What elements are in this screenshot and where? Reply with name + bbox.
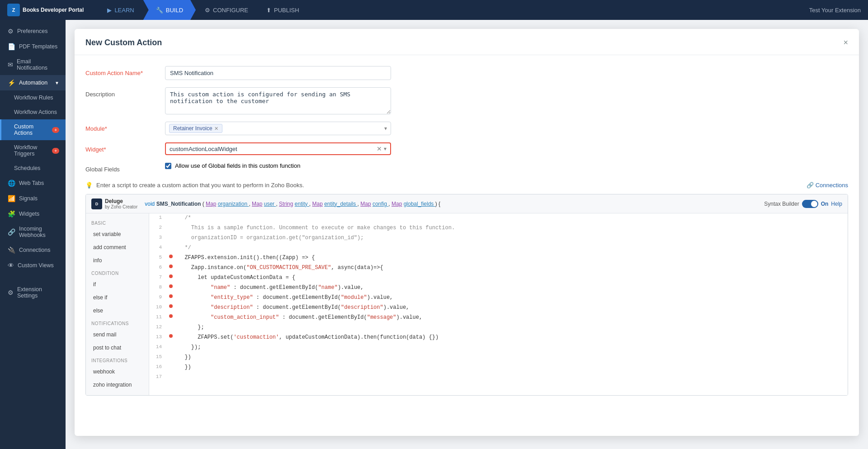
code-item-zoho-integration[interactable]: zoho integration xyxy=(88,378,147,391)
action-name-input[interactable] xyxy=(165,66,391,80)
step-publish[interactable]: ⬆ PUBLISH xyxy=(257,0,308,20)
sidebar-item-label: Automation xyxy=(19,80,47,86)
workflow-triggers-badge: + xyxy=(52,148,59,154)
bulb-icon: 💡 xyxy=(85,182,93,189)
connections-link[interactable]: 🔗 Connections xyxy=(807,182,848,189)
param-entity: entity xyxy=(295,201,309,207)
code-line: 13 ZFAPPS.set('customaction', updateCust… xyxy=(149,333,848,343)
module-select[interactable]: Retainer Invoice ✕ ▾ xyxy=(165,122,391,135)
sidebar-item-extension-settings[interactable]: ⚙ Extension Settings xyxy=(0,282,66,303)
automation-icon: ⚡ xyxy=(8,79,15,86)
app-logo: Z Books Developer Portal xyxy=(7,4,84,16)
sidebar-item-connections[interactable]: 🔌 Connections xyxy=(0,242,66,258)
widget-caret-icon[interactable]: ▾ xyxy=(384,146,387,152)
code-line: 8 "name" : document.getElementById("name… xyxy=(149,283,848,293)
sidebar-item-widgets[interactable]: 🧩 Widgets xyxy=(0,206,66,222)
test-extension-link[interactable]: Test Your Extension xyxy=(809,7,861,14)
global-fields-checkbox[interactable] xyxy=(165,163,171,169)
step-configure-label: CONFIGURE xyxy=(213,7,248,14)
sidebar-item-preferences[interactable]: ⚙ Preferences xyxy=(0,24,66,39)
code-line: 6 Zapp.instance.on("ON_CUSTOMACTION_PRE_… xyxy=(149,263,848,273)
sidebar-item-label: Connections xyxy=(19,247,51,253)
modal-close-button[interactable]: × xyxy=(843,38,848,47)
code-item-set-variable[interactable]: set variable xyxy=(88,228,147,241)
sidebar-item-workflow-triggers[interactable]: Workflow Triggers + xyxy=(0,140,66,161)
ext-settings-icon: ⚙ xyxy=(8,289,14,296)
widget-select[interactable]: customActionLocalWidget ✕ ▾ xyxy=(165,142,391,155)
sidebar-item-workflow-rules[interactable]: Workflow Rules xyxy=(0,90,66,105)
code-line: 9 "entity_type" : document.getElementByI… xyxy=(149,293,848,303)
line-content: }) xyxy=(175,363,848,372)
line-num: 12 xyxy=(149,323,167,330)
step-build[interactable]: 🔧 BUILD xyxy=(143,0,196,20)
sidebar-item-incoming-webhooks[interactable]: 🔗 Incoming Webhooks xyxy=(0,222,66,242)
code-line: 14 }); xyxy=(149,343,848,353)
error-indicator xyxy=(167,283,175,288)
line-num: 15 xyxy=(149,353,167,359)
code-item-send-mail[interactable]: send mail xyxy=(88,328,147,341)
code-area[interactable]: 1 /* 2 This is a sample function. Uncomm… xyxy=(149,213,848,395)
custom-actions-badge: + xyxy=(52,127,59,133)
sidebar-item-workflow-actions[interactable]: Workflow Actions xyxy=(0,105,66,119)
modal-dialog: New Custom Action × Custom Action Name* … xyxy=(75,29,859,436)
sidebar-item-label: Widgets xyxy=(19,211,39,217)
step-configure[interactable]: ⚙ CONFIGURE xyxy=(196,0,257,20)
paren-close: ) { xyxy=(435,201,440,207)
code-line: 10 "description" : document.getElementBy… xyxy=(149,303,848,313)
sidebar-item-pdf-templates[interactable]: 📄 PDF Templates xyxy=(0,39,66,54)
top-nav: Z Books Developer Portal ▶ LEARN 🔧 BUILD… xyxy=(0,0,868,20)
sidebar-item-custom-actions[interactable]: Custom Actions + xyxy=(0,119,66,140)
code-sidebar: BASIC set variable add comment info COND… xyxy=(86,213,149,395)
sidebar-item-custom-views[interactable]: 👁 Custom Views xyxy=(0,258,66,273)
line-content: "custom_action_input" : document.getElem… xyxy=(175,313,848,322)
line-content: }) xyxy=(175,353,848,362)
description-label: Description xyxy=(85,87,158,98)
param-user: user xyxy=(264,201,276,207)
sidebar-item-label: Web Tabs xyxy=(19,180,44,186)
description-input[interactable]: This custom action is configured for sen… xyxy=(165,87,391,114)
comma3: , xyxy=(309,201,312,207)
code-content: BASIC set variable add comment info COND… xyxy=(86,213,848,395)
line-content: }); xyxy=(175,343,848,352)
param-global-fields: global_fields xyxy=(404,201,435,207)
code-item-add-comment[interactable]: add comment xyxy=(88,241,147,254)
sidebar-item-web-tabs[interactable]: 🌐 Web Tabs xyxy=(0,175,66,191)
code-editor-header: D Deluge by Zoho Creator void SMS_Notifi… xyxy=(86,194,848,213)
sidebar-item-automation[interactable]: ⚡ Automation ▼ xyxy=(0,75,66,90)
map-type-3: Map xyxy=(312,201,323,207)
syntax-builder-toggle[interactable] xyxy=(802,200,818,208)
code-line: 17 xyxy=(149,373,848,383)
sidebar-item-schedules[interactable]: Schedules xyxy=(0,161,66,175)
param-org: organization xyxy=(218,201,249,207)
module-caret-icon[interactable]: ▾ xyxy=(384,125,387,132)
no-error xyxy=(167,233,175,235)
help-link[interactable]: Help xyxy=(831,201,842,207)
step-learn[interactable]: ▶ LEARN xyxy=(98,0,143,20)
deluge-logo: D Deluge by Zoho Creator xyxy=(91,198,137,209)
global-fields-checkbox-row: Allow use of Global fields in this custo… xyxy=(165,162,300,169)
sidebar-item-signals[interactable]: 📶 Signals xyxy=(0,191,66,206)
module-tag-remove[interactable]: ✕ xyxy=(214,126,218,132)
code-item-else-if[interactable]: else if xyxy=(88,291,147,304)
code-item-post-to-chat[interactable]: post to chat xyxy=(88,341,147,354)
connections-icon: 🔌 xyxy=(8,246,15,254)
sidebar: ⚙ Preferences 📄 PDF Templates ✉ Email No… xyxy=(0,20,66,449)
learn-icon: ▶ xyxy=(107,7,112,14)
map-type-4: Map xyxy=(360,201,371,207)
widget-row: Widget* customActionLocalWidget ✕ ▾ xyxy=(85,142,848,155)
sidebar-item-email-notifications[interactable]: ✉ Email Notifications xyxy=(0,54,66,75)
code-item-else[interactable]: else xyxy=(88,304,147,317)
widget-clear-icon[interactable]: ✕ xyxy=(377,145,382,152)
app-title: Books Developer Portal xyxy=(23,7,84,13)
line-content: "entity_type" : document.getElementById(… xyxy=(175,293,848,302)
code-item-if[interactable]: if xyxy=(88,278,147,291)
sidebar-item-label: Custom Actions xyxy=(14,123,48,136)
code-line: 2 This is a sample function. Uncomment t… xyxy=(149,223,848,233)
webhooks-icon: 🔗 xyxy=(8,228,15,236)
code-line: 15 }) xyxy=(149,353,848,363)
code-item-info[interactable]: info xyxy=(88,254,147,267)
syntax-builder: Syntax Builder On Help xyxy=(764,200,842,208)
code-item-webhook[interactable]: webhook xyxy=(88,365,147,378)
line-num: 4 xyxy=(149,243,167,250)
logo-icon: Z xyxy=(7,4,20,16)
